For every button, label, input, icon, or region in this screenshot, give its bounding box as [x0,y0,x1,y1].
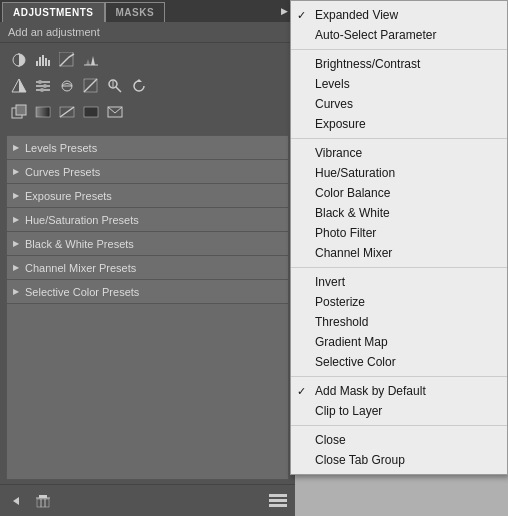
preset-arrow-icon: ▶ [13,287,19,296]
svg-line-25 [116,87,121,92]
svg-marker-37 [13,497,19,505]
adjustments-panel: ADJUSTMENTS MASKS ▶ Add an adjustment [0,0,295,516]
menu-item-close-tab-group[interactable]: Close Tab Group [291,450,507,470]
diagonal-adjust-icon[interactable] [80,75,102,97]
menu-item-exposure[interactable]: Exposure [291,114,507,134]
svg-rect-6 [45,58,47,66]
tab-masks[interactable]: MASKS [105,2,166,22]
svg-marker-9 [86,59,90,65]
menu-item-posterize[interactable]: Posterize [291,292,507,312]
rotate-icon[interactable] [128,75,150,97]
svg-line-36 [115,107,122,113]
histogram-icon[interactable] [32,49,54,71]
toolbar-row-2 [8,75,287,97]
diagonal-lines-icon[interactable] [56,101,78,123]
menu-item-color-balance[interactable]: Color Balance [291,183,507,203]
brightness-contrast-icon[interactable] [8,49,30,71]
menu-item-photo-filter[interactable]: Photo Filter [291,223,507,243]
menu-item-levels[interactable]: Levels [291,74,507,94]
svg-rect-4 [39,57,41,66]
preset-arrow-icon: ▶ [13,215,19,224]
toolbar-row-1 [8,49,287,71]
preset-arrow-icon: ▶ [13,143,19,152]
menu-divider [291,425,507,426]
menu-item-black-white[interactable]: Black & White [291,203,507,223]
checkmark-icon: ✓ [297,9,306,22]
menu-divider [291,376,507,377]
preset-arrow-icon: ▶ [13,263,19,272]
svg-rect-38 [37,499,41,507]
preset-arrow-icon: ▶ [13,191,19,200]
panel-header: Add an adjustment [0,22,295,43]
list-item[interactable]: ▶ Black & White Presets [7,232,288,256]
toolbar-row-3 [8,101,287,123]
list-item[interactable]: ▶ Levels Presets [7,136,288,160]
presets-list: ▶ Levels Presets ▶ Curves Presets ▶ Expo… [6,135,289,480]
menu-divider [291,138,507,139]
menu-item-close[interactable]: Close [291,430,507,450]
add-adjustment-icon[interactable] [6,490,28,512]
menu-item-threshold[interactable]: Threshold [291,312,507,332]
svg-rect-3 [36,61,38,66]
svg-rect-5 [42,55,44,66]
menu-item-channel-mixer[interactable]: Channel Mixer [291,243,507,263]
black-white-icon[interactable] [8,75,30,97]
svg-rect-39 [41,499,45,507]
panel-options-icon[interactable] [267,490,289,512]
preset-arrow-icon: ▶ [13,167,19,176]
list-item[interactable]: ▶ Hue/Saturation Presets [7,208,288,232]
menu-item-selective-color[interactable]: Selective Color [291,352,507,372]
svg-rect-40 [45,499,49,507]
menu-divider [291,49,507,50]
levels-icon[interactable] [80,49,102,71]
menu-item-curves[interactable]: Curves [291,94,507,114]
solid-black-icon[interactable] [80,101,102,123]
svg-rect-29 [16,105,26,115]
menu-item-add-mask[interactable]: ✓ Add Mask by Default [291,381,507,401]
curves-icon[interactable] [56,49,78,71]
svg-rect-7 [48,60,50,66]
svg-rect-33 [84,107,98,117]
list-item[interactable]: ▶ Exposure Presets [7,184,288,208]
menu-item-expanded-view[interactable]: ✓ Expanded View [291,5,507,25]
panel-menu-button[interactable]: ▶ [277,4,291,18]
svg-rect-45 [269,504,287,507]
delete-adjustment-icon[interactable] [32,490,54,512]
bottom-toolbar [0,484,295,516]
list-item[interactable]: ▶ Curves Presets [7,160,288,184]
svg-rect-43 [269,494,287,497]
dropdown-menu: ✓ Expanded View Auto-Select Parameter Br… [290,0,508,475]
list-item[interactable]: ▶ Channel Mixer Presets [7,256,288,280]
svg-point-18 [43,84,47,88]
mask-envelope-icon[interactable] [104,101,126,123]
svg-point-17 [38,80,42,84]
adjustment-toolbar [0,43,295,131]
menu-item-gradient-map[interactable]: Gradient Map [291,332,507,352]
svg-rect-42 [39,495,47,498]
tab-bar: ADJUSTMENTS MASKS ▶ [0,0,295,22]
svg-rect-44 [269,499,287,502]
adjustment-layer-icon[interactable] [8,101,30,123]
hue-saturation-icon[interactable] [32,75,54,97]
checkmark-icon: ✓ [297,385,306,398]
menu-divider [291,267,507,268]
menu-item-clip-to-layer[interactable]: Clip to Layer [291,401,507,421]
menu-item-vibrance[interactable]: Vibrance [291,143,507,163]
svg-rect-30 [36,107,50,117]
svg-line-35 [108,107,115,113]
menu-item-brightness-contrast[interactable]: Brightness/Contrast [291,54,507,74]
menu-item-hue-saturation[interactable]: Hue/Saturation [291,163,507,183]
preset-arrow-icon: ▶ [13,239,19,248]
gradient-dark-icon[interactable] [32,101,54,123]
color-balance-icon[interactable] [56,75,78,97]
tab-adjustments[interactable]: ADJUSTMENTS [2,2,105,22]
svg-point-19 [40,88,44,92]
menu-item-invert[interactable]: Invert [291,272,507,292]
svg-marker-10 [91,56,95,65]
menu-item-auto-select[interactable]: Auto-Select Parameter [291,25,507,45]
svg-line-32 [60,107,74,117]
list-item[interactable]: ▶ Selective Color Presets [7,280,288,304]
svg-marker-27 [136,79,142,82]
svg-line-23 [84,79,97,92]
magnify-icon[interactable] [104,75,126,97]
